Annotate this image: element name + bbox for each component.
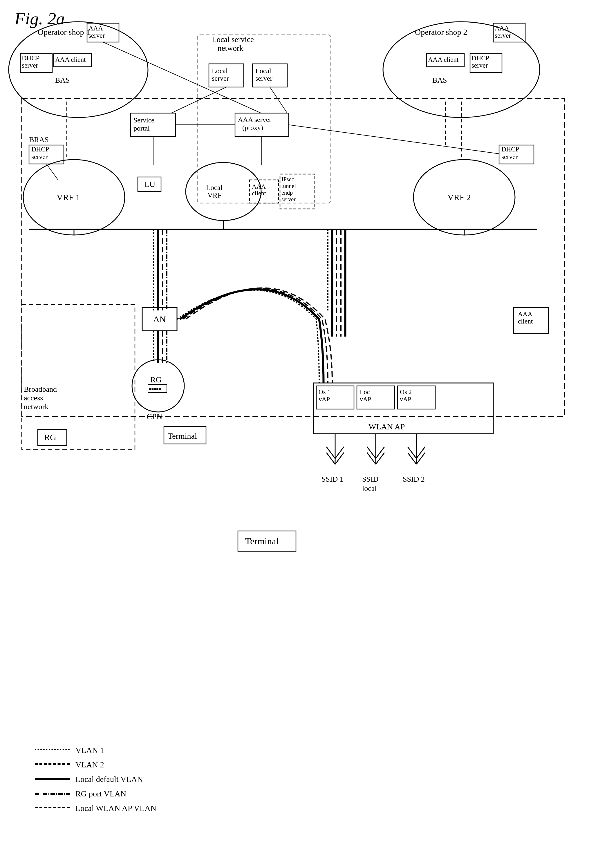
svg-rect-91 bbox=[22, 305, 135, 450]
svg-text:DHCP: DHCP bbox=[22, 55, 39, 62]
svg-text:IPsec: IPsec bbox=[281, 176, 294, 182]
svg-text:Local: Local bbox=[212, 67, 228, 74]
svg-text:Loc: Loc bbox=[360, 388, 370, 395]
svg-text:AAA: AAA bbox=[495, 25, 509, 32]
svg-text:VRF 2: VRF 2 bbox=[448, 192, 471, 202]
svg-text:■■■■■: ■■■■■ bbox=[149, 387, 161, 392]
svg-text:server: server bbox=[281, 196, 296, 202]
svg-text:vAP: vAP bbox=[400, 395, 411, 403]
svg-line-134 bbox=[171, 87, 226, 113]
svg-text:network: network bbox=[218, 44, 243, 53]
svg-text:DHCP: DHCP bbox=[501, 146, 519, 153]
svg-text:LU: LU bbox=[144, 180, 155, 188]
svg-text:local: local bbox=[362, 484, 377, 493]
svg-line-108 bbox=[335, 452, 344, 464]
svg-text:SSID 2: SSID 2 bbox=[403, 475, 425, 483]
svg-text:(proxy): (proxy) bbox=[242, 124, 263, 131]
svg-text:AAA client: AAA client bbox=[428, 56, 459, 63]
svg-line-137 bbox=[289, 125, 499, 154]
vlan2-line-icon bbox=[35, 763, 70, 766]
svg-text:AAA server: AAA server bbox=[238, 116, 271, 123]
svg-text:Broadband: Broadband bbox=[24, 385, 57, 393]
svg-text:server: server bbox=[472, 62, 488, 69]
svg-text:SSID: SSID bbox=[362, 475, 378, 483]
legend-vlan2-label: VLAN 2 bbox=[76, 760, 104, 770]
svg-text:Service: Service bbox=[134, 116, 154, 124]
svg-text:tunnel: tunnel bbox=[281, 183, 296, 189]
svg-text:RG: RG bbox=[150, 375, 162, 384]
svg-text:BAS: BAS bbox=[55, 76, 70, 84]
svg-text:Os 2: Os 2 bbox=[400, 388, 412, 395]
svg-text:BRAS: BRAS bbox=[29, 135, 49, 144]
svg-text:AAA: AAA bbox=[252, 183, 266, 190]
svg-text:AN: AN bbox=[153, 314, 166, 324]
legend-rg-port: RG port VLAN bbox=[35, 789, 156, 798]
svg-text:server: server bbox=[22, 62, 38, 69]
svg-line-107 bbox=[326, 452, 335, 464]
svg-text:WLAN AP: WLAN AP bbox=[369, 422, 405, 431]
svg-text:CPN: CPN bbox=[147, 412, 162, 421]
svg-text:Os 1: Os 1 bbox=[319, 388, 331, 395]
svg-rect-32 bbox=[22, 99, 564, 416]
svg-text:VRF 1: VRF 1 bbox=[56, 192, 80, 202]
svg-text:DHCP: DHCP bbox=[31, 146, 49, 153]
svg-text:Local: Local bbox=[206, 184, 223, 191]
legend-vlan1-label: VLAN 1 bbox=[76, 746, 104, 755]
svg-text:vAP: vAP bbox=[319, 395, 330, 403]
legend-local-default-label: Local default VLAN bbox=[76, 775, 143, 784]
svg-text:DHCP: DHCP bbox=[472, 55, 489, 62]
svg-line-115 bbox=[367, 447, 376, 458]
svg-text:server: server bbox=[501, 153, 518, 161]
legend-local-wlan: Local WLAN AP VLAN bbox=[35, 804, 156, 813]
svg-line-123 bbox=[416, 447, 425, 458]
svg-text:AAA client: AAA client bbox=[55, 56, 86, 63]
svg-text:endp: endp bbox=[281, 190, 293, 196]
svg-line-120 bbox=[408, 452, 416, 464]
svg-text:Local service: Local service bbox=[212, 35, 254, 44]
svg-text:server: server bbox=[255, 74, 272, 82]
svg-line-116 bbox=[376, 447, 384, 458]
svg-text:Operator shop 2: Operator shop 2 bbox=[415, 27, 467, 36]
svg-text:client: client bbox=[518, 318, 533, 325]
legend-local-default: Local default VLAN bbox=[35, 775, 156, 784]
legend-local-wlan-label: Local WLAN AP VLAN bbox=[76, 804, 156, 813]
svg-line-138 bbox=[46, 164, 58, 180]
svg-text:BAS: BAS bbox=[432, 76, 447, 84]
svg-line-113 bbox=[367, 452, 376, 464]
svg-text:AAA: AAA bbox=[518, 310, 533, 318]
svg-line-110 bbox=[335, 447, 344, 458]
svg-text:Local: Local bbox=[255, 67, 271, 74]
svg-text:access: access bbox=[24, 394, 43, 402]
legend-vlan1: VLAN 1 bbox=[35, 746, 156, 755]
svg-text:SSID 1: SSID 1 bbox=[322, 475, 344, 483]
svg-text:server: server bbox=[495, 32, 511, 39]
svg-line-121 bbox=[416, 452, 425, 464]
svg-text:Operator shop 1: Operator shop 1 bbox=[38, 27, 90, 36]
legend-rg-port-label: RG port VLAN bbox=[76, 789, 126, 798]
svg-text:RG: RG bbox=[44, 432, 56, 442]
svg-text:server: server bbox=[31, 153, 48, 161]
svg-text:AAA: AAA bbox=[88, 25, 103, 32]
svg-text:network: network bbox=[24, 402, 49, 411]
svg-text:client: client bbox=[252, 190, 266, 197]
svg-text:server: server bbox=[212, 74, 229, 82]
svg-point-79 bbox=[132, 360, 184, 412]
svg-text:vAP: vAP bbox=[360, 395, 371, 403]
svg-line-109 bbox=[326, 447, 335, 458]
svg-text:VRF: VRF bbox=[208, 191, 222, 199]
svg-text:server: server bbox=[88, 32, 105, 39]
legend-vlan2: VLAN 2 bbox=[35, 760, 156, 770]
local-wlan-line-icon bbox=[35, 807, 70, 810]
svg-text:Terminal: Terminal bbox=[168, 431, 197, 440]
local-default-line-icon bbox=[35, 778, 70, 781]
svg-line-114 bbox=[376, 452, 384, 464]
svg-line-122 bbox=[408, 447, 416, 458]
svg-line-129 bbox=[103, 42, 261, 113]
rg-port-line-icon bbox=[35, 792, 70, 795]
svg-text:portal: portal bbox=[134, 124, 150, 132]
svg-line-135 bbox=[270, 87, 287, 113]
svg-text:Terminal: Terminal bbox=[245, 536, 279, 546]
vlan1-line-icon bbox=[35, 749, 70, 752]
legend: VLAN 1 VLAN 2 Local default VLAN RG port… bbox=[35, 746, 156, 818]
